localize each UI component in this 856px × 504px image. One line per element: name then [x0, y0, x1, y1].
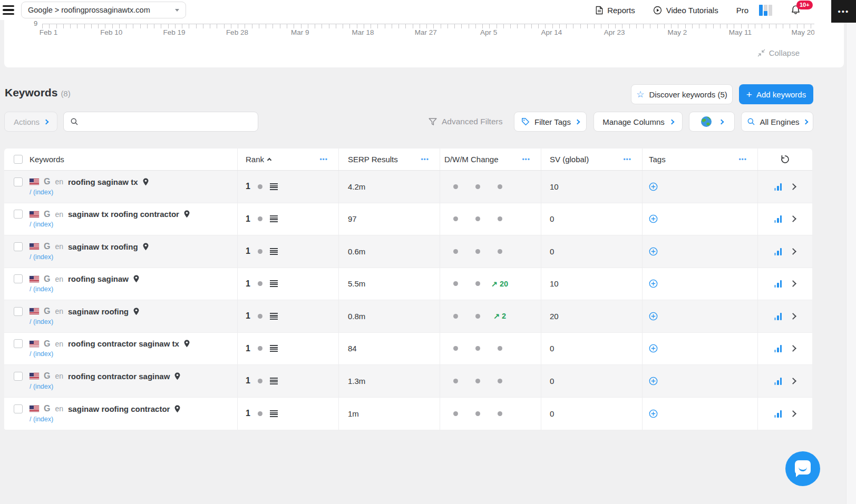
keyword-text[interactable]: saginaw roofing — [68, 307, 129, 316]
add-tag-button[interactable] — [649, 344, 658, 353]
row-checkbox[interactable] — [14, 242, 23, 251]
row-expand-chevron[interactable] — [790, 183, 796, 190]
chat-launcher-button[interactable] — [785, 451, 820, 486]
keyword-text[interactable]: saginaw tx roofing — [68, 242, 138, 251]
plan-label: Pro — [736, 6, 748, 15]
row-checkbox[interactable] — [14, 274, 23, 283]
keyword-url[interactable]: / (index) — [30, 416, 180, 423]
row-expand-chevron[interactable] — [790, 248, 796, 255]
keyword-text[interactable]: roofing contractor saginaw tx — [68, 339, 179, 348]
add-tag-button[interactable] — [649, 312, 658, 321]
search-input[interactable] — [83, 117, 251, 126]
keyword-text[interactable]: roofing contractor saginaw — [68, 372, 170, 381]
row-checkbox[interactable] — [14, 404, 23, 413]
row-checkbox[interactable] — [14, 372, 23, 381]
video-tutorials-button[interactable]: Video Tutorials — [653, 6, 718, 15]
keyword-chart-icon[interactable] — [774, 410, 782, 418]
keyword-url[interactable]: / (index) — [30, 350, 190, 358]
serp-results-value: 97 — [348, 214, 357, 223]
axis-tick — [392, 24, 392, 28]
more-menu-button[interactable]: ••• — [831, 0, 856, 23]
notifications-button[interactable]: 10+ — [790, 4, 801, 16]
keyword-chart-icon[interactable] — [774, 312, 782, 320]
keyword-text[interactable]: roofing saginaw — [68, 274, 129, 283]
header-history[interactable] — [758, 149, 812, 170]
keyword-chart-icon[interactable] — [774, 248, 782, 255]
column-menu-dots[interactable]: ••• — [319, 156, 338, 163]
serp-list-icon[interactable] — [270, 410, 278, 417]
keyword-chart-icon[interactable] — [774, 377, 782, 385]
add-tag-button[interactable] — [649, 377, 658, 386]
row-checkbox[interactable] — [14, 339, 23, 348]
sv-cell: 10 — [541, 268, 643, 300]
collapse-chart-button[interactable]: Collapse — [757, 48, 800, 57]
serp-list-icon[interactable] — [270, 345, 278, 352]
keyword-text[interactable]: saginaw roofing contractor — [68, 404, 170, 413]
header-sv-global[interactable]: SV (global) ••• — [541, 149, 643, 170]
keyword-url[interactable]: / (index) — [30, 383, 180, 390]
header-serp-results[interactable]: SERP Results ••• — [339, 149, 440, 170]
advanced-filters-button[interactable]: Advanced Filters — [429, 112, 502, 132]
tags-cell — [643, 171, 758, 203]
header-tags[interactable]: Tags ••• — [643, 149, 758, 170]
row-expand-chevron[interactable] — [790, 410, 796, 417]
row-checkbox[interactable] — [14, 307, 23, 316]
discover-keywords-button[interactable]: ☆ Discover keywords (5) — [631, 84, 733, 104]
serp-list-icon[interactable] — [270, 248, 278, 255]
header-rank[interactable]: Rank ••• — [238, 149, 339, 170]
reports-button[interactable]: Reports — [596, 6, 635, 15]
select-all-checkbox[interactable] — [14, 155, 23, 164]
filter-tags-button[interactable]: Filter Tags — [514, 112, 587, 132]
timeline-axis: 9 Feb 1Feb 10Feb 19Feb 28Mar 9Mar 18Mar … — [4, 20, 814, 67]
actions-dropdown[interactable]: Actions — [4, 112, 57, 132]
row-expand-chevron[interactable] — [790, 345, 796, 352]
keyword-url[interactable]: / (index) — [30, 318, 139, 325]
row-expand-chevron[interactable] — [790, 378, 796, 384]
keyword-chart-icon[interactable] — [774, 215, 782, 223]
add-tag-button[interactable] — [649, 214, 658, 223]
serp-list-icon[interactable] — [270, 378, 278, 384]
locale-dropdown[interactable] — [689, 112, 735, 132]
keyword-chart-icon[interactable] — [774, 280, 782, 288]
keyword-language: en — [55, 210, 63, 219]
hamburger-menu-icon[interactable] — [3, 5, 15, 15]
axis-tick — [615, 24, 616, 28]
keyword-text[interactable]: saginaw tx roofing contractor — [68, 210, 179, 219]
serp-list-icon[interactable] — [270, 280, 278, 287]
row-expand-chevron[interactable] — [790, 313, 796, 320]
keyword-chart-icon[interactable] — [774, 344, 782, 352]
row-expand-chevron[interactable] — [790, 280, 796, 287]
keyword-text[interactable]: roofing saginaw tx — [68, 177, 138, 186]
plan-usage[interactable]: Pro — [736, 5, 772, 16]
add-tag-button[interactable] — [649, 247, 658, 256]
project-selector[interactable]: Google > roofingprossaginawtx.com — [21, 2, 186, 18]
row-checkbox[interactable] — [14, 210, 23, 219]
add-tag-button[interactable] — [649, 279, 658, 288]
keyword-url[interactable]: / (index) — [30, 253, 149, 261]
manage-columns-button[interactable]: Manage Columns — [594, 112, 683, 132]
header-dwm-change[interactable]: D/W/M Change ••• — [440, 149, 541, 170]
column-menu-dots[interactable]: ••• — [623, 156, 642, 163]
column-menu-dots[interactable]: ••• — [522, 156, 541, 163]
row-expand-chevron[interactable] — [790, 215, 796, 222]
add-tag-button[interactable] — [649, 409, 658, 418]
row-checkbox[interactable] — [14, 177, 23, 186]
keyword-chart-icon[interactable] — [774, 183, 782, 191]
serp-list-icon[interactable] — [270, 313, 278, 320]
no-change-dot — [498, 411, 502, 416]
rank-cell: 1 — [238, 235, 339, 268]
add-keywords-button[interactable]: + Add keywords — [739, 84, 813, 104]
column-menu-dots[interactable]: ••• — [738, 156, 757, 163]
serp-list-icon[interactable] — [270, 215, 278, 222]
keyword-url[interactable]: / (index) — [30, 285, 139, 293]
column-menu-dots[interactable]: ••• — [421, 156, 440, 163]
add-tag-button[interactable] — [649, 182, 658, 191]
keyword-url[interactable]: / (index) — [30, 189, 149, 196]
axis-tick — [622, 24, 622, 28]
all-engines-button[interactable]: All Engines — [741, 112, 813, 132]
serp-list-icon[interactable] — [270, 183, 278, 190]
serp-results-value: 1.3m — [348, 377, 365, 386]
no-change-dot — [453, 314, 458, 319]
scrollbar[interactable] — [846, 23, 856, 504]
keyword-url[interactable]: / (index) — [30, 221, 190, 228]
